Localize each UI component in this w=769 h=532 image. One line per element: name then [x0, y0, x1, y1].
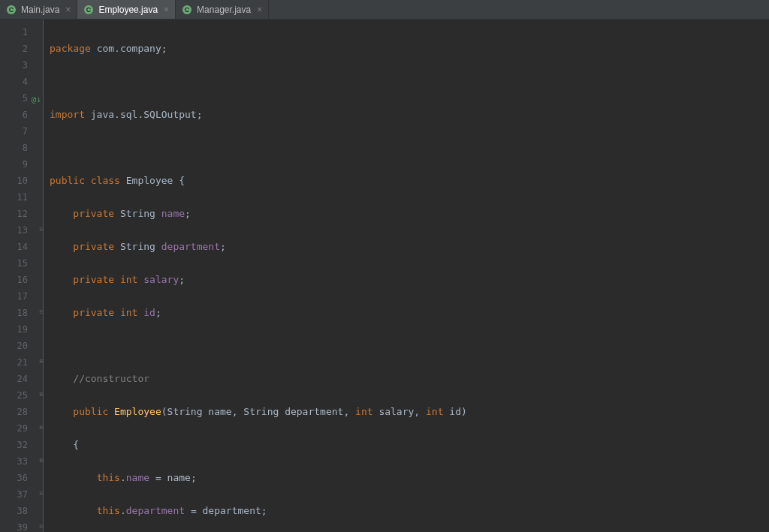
line-number[interactable]: 15 — [0, 255, 43, 272]
fold-icon[interactable]: ⊟ — [40, 523, 44, 530]
line-number[interactable]: 28 — [0, 404, 43, 420]
code-line: public class Employee { — [50, 173, 769, 189]
line-number[interactable]: 10 — [0, 173, 43, 189]
code-line: private String name; — [50, 206, 769, 222]
close-icon[interactable]: × — [164, 5, 169, 15]
line-number[interactable]: 4 — [0, 74, 43, 90]
line-number[interactable]: 25⊞ — [0, 387, 43, 404]
fold-icon[interactable]: ⊟ — [40, 490, 44, 497]
line-number[interactable]: 9 — [0, 156, 43, 173]
svg-text:C: C — [185, 6, 190, 14]
line-number[interactable]: 6 — [0, 107, 43, 123]
tab-label: Employee.java — [98, 5, 158, 15]
tab-bar: C Main.java × C Employee.java × C Manage… — [0, 0, 769, 20]
tab-label: Manager.java — [197, 5, 251, 15]
code-line: public Employee(String name, String depa… — [50, 404, 769, 420]
line-number[interactable]: 2 — [0, 41, 43, 57]
svg-text:C: C — [9, 6, 14, 14]
gutter[interactable]: 1 2 3 4 5@↓ 6 7 8 9 10 11 12 13⊟ 14 15 1… — [0, 20, 44, 532]
code-line: package com.company; — [50, 41, 769, 57]
line-number[interactable]: 1 — [0, 24, 43, 41]
line-number[interactable]: 17 — [0, 288, 43, 305]
line-number[interactable]: 33⊞ — [0, 453, 43, 470]
code-line: private int salary; — [50, 272, 769, 288]
line-number[interactable]: 13⊟ — [0, 222, 43, 239]
line-number[interactable]: 29⊞ — [0, 420, 43, 437]
line-number[interactable]: 19 — [0, 321, 43, 338]
line-number[interactable]: 39⊟ — [0, 519, 43, 532]
line-number[interactable]: 7 — [0, 123, 43, 140]
line-number[interactable]: 20 — [0, 338, 43, 354]
code-line: private int id; — [50, 305, 769, 321]
fold-icon[interactable]: ⊟ — [40, 226, 44, 233]
java-class-icon: C — [83, 5, 94, 15]
tab-employee[interactable]: C Employee.java × — [77, 0, 176, 19]
line-number[interactable]: 24 — [0, 371, 43, 387]
fold-icon[interactable]: ⊞ — [40, 358, 44, 365]
override-marker-icon[interactable]: @↓ — [32, 92, 41, 108]
code-line: import java.sql.SQLOutput; — [50, 107, 769, 123]
line-number[interactable]: 14 — [0, 239, 43, 255]
line-number[interactable]: 32 — [0, 437, 43, 453]
code-line: { — [50, 437, 769, 453]
code-line: this.name = name; — [50, 470, 769, 486]
fold-icon[interactable]: ⊞ — [40, 424, 44, 431]
code-line — [50, 74, 769, 90]
code-line: this.department = department; — [50, 503, 769, 519]
code-line — [50, 140, 769, 156]
line-number[interactable]: 37⊟ — [0, 486, 43, 503]
line-number[interactable]: 16 — [0, 272, 43, 288]
tab-label: Main.java — [21, 5, 59, 15]
close-icon[interactable]: × — [65, 5, 71, 15]
code-line — [50, 338, 769, 354]
code-line: private String department; — [50, 239, 769, 255]
line-number[interactable]: 11 — [0, 189, 43, 206]
line-number[interactable]: 5@↓ — [0, 90, 43, 107]
fold-icon[interactable]: ⊞ — [40, 391, 44, 398]
line-number[interactable]: 3 — [0, 57, 43, 74]
fold-icon[interactable]: ⊞ — [40, 457, 44, 464]
close-icon[interactable]: × — [257, 5, 262, 15]
line-number[interactable]: 18⊟ — [0, 305, 43, 321]
fold-icon[interactable]: ⊟ — [40, 308, 44, 315]
line-number[interactable]: 38 — [0, 503, 43, 519]
editor: 1 2 3 4 5@↓ 6 7 8 9 10 11 12 13⊟ 14 15 1… — [0, 20, 769, 532]
code-area[interactable]: package com.company; import java.sql.SQL… — [43, 20, 769, 532]
java-class-icon: C — [182, 5, 192, 15]
svg-text:C: C — [86, 6, 92, 14]
line-number[interactable]: 36 — [0, 470, 43, 486]
line-number[interactable]: 8 — [0, 140, 43, 156]
line-number[interactable]: 21⊞ — [0, 354, 43, 371]
java-class-icon: C — [6, 5, 17, 15]
line-number[interactable]: 12 — [0, 206, 43, 222]
code-line: //constructor — [50, 371, 769, 387]
tab-main[interactable]: C Main.java × — [0, 0, 77, 19]
tab-manager[interactable]: C Manager.java × — [176, 0, 269, 19]
